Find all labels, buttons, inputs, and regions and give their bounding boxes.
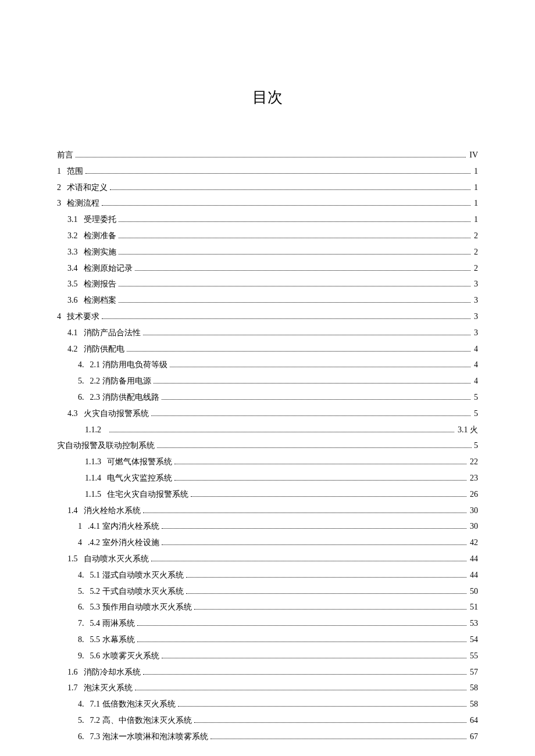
toc-entry: 5.7.2 高、中倍数泡沫灭火系统64 [78, 714, 478, 728]
toc-entry-number: 4. [78, 568, 84, 582]
toc-dot-leader [162, 528, 467, 529]
toc-entry-label: 消火栓给水系统 [84, 504, 141, 518]
toc-entry-label: 检测准备 [84, 229, 116, 243]
toc-entry-number: 1.7 [67, 681, 78, 695]
toc-entry-number: 4 [78, 536, 82, 550]
toc-entry-label: 2.2 消防备用电源 [90, 374, 151, 388]
toc-entry: 6.7.3 泡沫一水喷淋和泡沫喷雾系统67 [78, 730, 478, 744]
toc-entry-label: .4.2 室外消火栓设施 [88, 536, 159, 550]
toc-entry: 4.7.1 低倍数泡沫灭火系统58 [78, 697, 478, 711]
toc-dot-leader [211, 739, 467, 739]
toc-entry-label: 住宅火灾自动报警系统 [107, 488, 188, 501]
toc-dot-leader [151, 561, 467, 561]
toc-entry-label: 泡沫灭火系统 [84, 681, 133, 695]
toc-dot-leader [102, 318, 470, 319]
toc-entry-page: 23 [470, 471, 478, 485]
toc-entry: 1.1.3可燃气体报警系统22 [85, 455, 478, 469]
toc-entry-number: 8. [78, 633, 84, 647]
toc-entry-page: 4 [474, 374, 478, 388]
toc-entry: 4.4.2 室外消火栓设施42 [78, 536, 478, 550]
toc-entry-label: 自动喷水灭火系统 [84, 552, 149, 566]
toc-dot-leader [174, 464, 466, 464]
page-title: 目次 [57, 87, 478, 108]
toc-entry-number: 4.1 [67, 326, 78, 340]
toc-entry-page: 3 [474, 277, 478, 291]
toc-entry: 9.5.6 水喷雾灭火系统55 [78, 649, 478, 663]
toc-entry-page: 2 [474, 245, 478, 259]
toc-entry-label: 5.4 雨淋系统 [90, 617, 135, 630]
toc-entry-page: 44 [470, 552, 478, 566]
toc-entry-page: 3 [474, 293, 478, 307]
toc-dot-leader [119, 302, 471, 303]
toc-entry: 4.2.1 消防用电负荷等级4 [78, 358, 478, 372]
toc-entry-page: 1 [474, 164, 478, 178]
toc-dot-leader [85, 173, 470, 174]
toc-entry-page: 4 [474, 342, 478, 356]
toc-entry-number: 9. [78, 649, 84, 663]
toc-entry-number: 5. [78, 374, 84, 388]
toc-entry: 1.5自动喷水灭火系统44 [67, 552, 478, 566]
toc-entry-label: 5.3 预作用自动喷水灭火系统 [90, 600, 192, 614]
toc-entry-page: 4 [474, 358, 478, 372]
toc-entry-page: 42 [470, 536, 478, 550]
toc-entry: 5.5.2 干式自动喷水灭火系统50 [78, 585, 478, 599]
toc-entry-page: 44 [470, 568, 478, 582]
toc-entry: 前言IV [57, 148, 478, 162]
toc-entry: 1.7泡沫灭火系统58 [67, 681, 478, 695]
toc-entry-number: 4. [78, 358, 84, 372]
toc-entry-label: .4.1 室内消火栓系统 [88, 519, 159, 533]
toc-dot-leader [127, 351, 471, 352]
toc-dot-leader [119, 238, 471, 238]
toc-entry: 6.5.3 预作用自动喷水灭火系统51 [78, 600, 478, 614]
toc-entry-label: 5.5 水幕系统 [90, 633, 135, 647]
toc-entry-number: 3 [57, 196, 61, 210]
toc-dot-leader [76, 157, 466, 157]
toc-dot-leader [151, 415, 471, 416]
toc-entry-number: 4. [78, 697, 84, 711]
toc-entry-label: 火灾自动报警系统 [84, 407, 149, 421]
toc-entry-label: 电气火灾监控系统 [107, 471, 172, 485]
toc-entry: 3.2检测准备2 [67, 229, 478, 243]
toc-dot-leader [137, 642, 467, 642]
toc-entry-page: 58 [470, 681, 478, 695]
toc-entry-number: 1 [78, 519, 82, 533]
toc-entry-label: 检测原始记录 [84, 261, 133, 275]
toc-entry-page: 1 [474, 181, 478, 195]
toc-dot-leader [162, 399, 471, 400]
toc-entry-page: IV [469, 148, 478, 162]
toc-entry: 3.5检测报告3 [67, 277, 478, 291]
toc-entry: 3检测流程1 [57, 196, 478, 210]
toc-entry: 3.6检测档案3 [67, 293, 478, 307]
toc-entry-label: 消防产品合法性 [84, 326, 141, 340]
toc-dot-leader [143, 513, 467, 513]
toc-dot-leader [137, 625, 467, 626]
toc-entry: 1.1.4电气火灾监控系统23 [85, 471, 478, 485]
toc-entry-number: 3.6 [67, 293, 78, 307]
toc-entry: 3.4检测原始记录2 [67, 261, 478, 275]
toc-entry: 4.1消防产品合法性3 [67, 326, 478, 340]
toc-entry-number: 3.5 [67, 277, 78, 291]
toc-entry-label: 受理委托 [84, 213, 116, 227]
toc-dot-leader [191, 496, 466, 497]
toc-entry-number: 3.3 [67, 245, 78, 259]
toc-entry-label: 检测报告 [84, 277, 116, 291]
toc-entry-page: 1 [474, 196, 478, 210]
toc-entry: 3.1受理委托1 [67, 213, 478, 227]
toc-dot-leader [135, 270, 471, 271]
toc-entry-number: 4.2 [67, 342, 78, 356]
toc-entry: 6.2.3 消防供配电线路5 [78, 390, 478, 404]
toc-entry-page: 3 [474, 310, 478, 324]
toc-entry-number: 1.1.5 [85, 488, 101, 501]
toc-entry-number: 1.6 [67, 665, 78, 679]
toc-entry-number: 5. [78, 714, 84, 728]
toc-entry-number: 7. [78, 617, 84, 630]
toc-entry-label: 5.6 水喷雾灭火系统 [90, 649, 159, 663]
toc-entry-page: 57 [470, 665, 478, 679]
toc-entry-label: 消防冷却水系统 [84, 665, 141, 679]
toc-entry-label: 5.1 湿式自动喷水灭火系统 [90, 568, 184, 582]
toc-entry-number: 1.1.4 [85, 471, 101, 485]
toc-entry: 4.3火灾自动报警系统5 [67, 407, 478, 421]
toc-entry-number: 1.5 [67, 552, 78, 566]
toc-dot-leader [170, 367, 471, 367]
toc-entry: 4.5.1 湿式自动喷水灭火系统44 [78, 568, 478, 582]
